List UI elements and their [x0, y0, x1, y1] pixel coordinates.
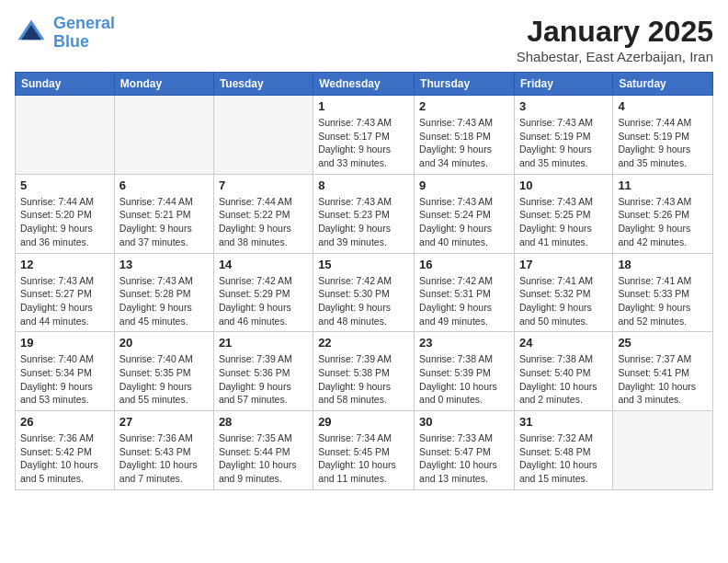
day-info: Sunrise: 7:40 AM Sunset: 5:35 PM Dayligh…	[119, 352, 209, 407]
calendar-cell: 26Sunrise: 7:36 AM Sunset: 5:42 PM Dayli…	[16, 411, 115, 490]
calendar-cell: 2Sunrise: 7:43 AM Sunset: 5:18 PM Daylig…	[415, 96, 515, 175]
day-number: 23	[419, 336, 509, 350]
calendar-cell	[16, 96, 115, 175]
calendar-cell: 22Sunrise: 7:39 AM Sunset: 5:38 PM Dayli…	[313, 332, 415, 411]
day-info: Sunrise: 7:43 AM Sunset: 5:25 PM Dayligh…	[519, 195, 608, 249]
calendar-cell: 10Sunrise: 7:43 AM Sunset: 5:25 PM Dayli…	[514, 174, 612, 253]
title-block: January 2025 Shabestar, East Azerbaijan,…	[517, 15, 713, 64]
weekday-header-saturday: Saturday	[613, 73, 713, 96]
location-subtitle: Shabestar, East Azerbaijan, Iran	[517, 49, 713, 64]
day-info: Sunrise: 7:44 AM Sunset: 5:22 PM Dayligh…	[219, 195, 308, 249]
calendar-cell: 19Sunrise: 7:40 AM Sunset: 5:34 PM Dayli…	[16, 332, 115, 411]
calendar-cell: 12Sunrise: 7:43 AM Sunset: 5:27 PM Dayli…	[16, 253, 115, 332]
weekday-header-monday: Monday	[114, 73, 213, 96]
weekday-header-row: SundayMondayTuesdayWednesdayThursdayFrid…	[16, 73, 713, 96]
calendar-cell: 21Sunrise: 7:39 AM Sunset: 5:36 PM Dayli…	[213, 332, 313, 411]
week-row-1: 1Sunrise: 7:43 AM Sunset: 5:17 PM Daylig…	[16, 96, 713, 175]
calendar-cell: 14Sunrise: 7:42 AM Sunset: 5:29 PM Dayli…	[213, 253, 313, 332]
day-number: 8	[318, 178, 409, 192]
day-number: 22	[318, 336, 409, 350]
month-year-title: January 2025	[517, 15, 713, 49]
day-number: 30	[419, 415, 509, 429]
day-number: 11	[618, 178, 708, 192]
day-number: 25	[618, 336, 708, 350]
day-info: Sunrise: 7:39 AM Sunset: 5:36 PM Dayligh…	[219, 352, 308, 407]
day-info: Sunrise: 7:38 AM Sunset: 5:40 PM Dayligh…	[519, 352, 608, 407]
day-number: 9	[419, 178, 509, 192]
day-number: 1	[318, 99, 409, 113]
calendar-cell: 7Sunrise: 7:44 AM Sunset: 5:22 PM Daylig…	[213, 174, 313, 253]
calendar-cell: 4Sunrise: 7:44 AM Sunset: 5:19 PM Daylig…	[613, 96, 713, 175]
day-info: Sunrise: 7:43 AM Sunset: 5:19 PM Dayligh…	[519, 116, 608, 170]
day-info: Sunrise: 7:43 AM Sunset: 5:18 PM Dayligh…	[419, 116, 509, 170]
day-number: 7	[219, 178, 308, 192]
day-info: Sunrise: 7:39 AM Sunset: 5:38 PM Dayligh…	[318, 352, 409, 407]
calendar-cell: 9Sunrise: 7:43 AM Sunset: 5:24 PM Daylig…	[415, 174, 515, 253]
calendar-cell: 31Sunrise: 7:32 AM Sunset: 5:48 PM Dayli…	[514, 411, 612, 490]
day-number: 2	[419, 99, 509, 113]
weekday-header-sunday: Sunday	[16, 73, 115, 96]
day-number: 6	[119, 178, 209, 192]
day-info: Sunrise: 7:41 AM Sunset: 5:33 PM Dayligh…	[618, 274, 708, 328]
day-number: 27	[119, 415, 209, 429]
logo-general: General	[53, 14, 115, 32]
calendar-cell: 11Sunrise: 7:43 AM Sunset: 5:26 PM Dayli…	[613, 174, 713, 253]
day-info: Sunrise: 7:36 AM Sunset: 5:42 PM Dayligh…	[20, 431, 109, 486]
day-info: Sunrise: 7:44 AM Sunset: 5:21 PM Dayligh…	[119, 195, 209, 249]
weekday-header-thursday: Thursday	[415, 73, 515, 96]
day-info: Sunrise: 7:41 AM Sunset: 5:32 PM Dayligh…	[519, 274, 608, 328]
weekday-header-wednesday: Wednesday	[313, 73, 415, 96]
day-info: Sunrise: 7:43 AM Sunset: 5:28 PM Dayligh…	[119, 274, 209, 328]
week-row-5: 26Sunrise: 7:36 AM Sunset: 5:42 PM Dayli…	[16, 411, 713, 490]
calendar-cell: 20Sunrise: 7:40 AM Sunset: 5:35 PM Dayli…	[114, 332, 213, 411]
day-info: Sunrise: 7:44 AM Sunset: 5:19 PM Dayligh…	[618, 116, 708, 170]
day-number: 28	[219, 415, 308, 429]
day-info: Sunrise: 7:42 AM Sunset: 5:29 PM Dayligh…	[219, 274, 308, 328]
week-row-3: 12Sunrise: 7:43 AM Sunset: 5:27 PM Dayli…	[16, 253, 713, 332]
day-info: Sunrise: 7:36 AM Sunset: 5:43 PM Dayligh…	[119, 431, 209, 486]
week-row-2: 5Sunrise: 7:44 AM Sunset: 5:20 PM Daylig…	[16, 174, 713, 253]
calendar-cell: 16Sunrise: 7:42 AM Sunset: 5:31 PM Dayli…	[415, 253, 515, 332]
calendar-table: SundayMondayTuesdayWednesdayThursdayFrid…	[15, 72, 713, 490]
calendar-cell: 1Sunrise: 7:43 AM Sunset: 5:17 PM Daylig…	[313, 96, 415, 175]
weekday-header-tuesday: Tuesday	[213, 73, 313, 96]
calendar-cell: 24Sunrise: 7:38 AM Sunset: 5:40 PM Dayli…	[514, 332, 612, 411]
calendar-cell: 29Sunrise: 7:34 AM Sunset: 5:45 PM Dayli…	[313, 411, 415, 490]
calendar-cell: 5Sunrise: 7:44 AM Sunset: 5:20 PM Daylig…	[16, 174, 115, 253]
day-number: 18	[618, 258, 708, 271]
day-number: 13	[119, 258, 209, 271]
logo: General Blue	[15, 15, 115, 52]
day-info: Sunrise: 7:33 AM Sunset: 5:47 PM Dayligh…	[419, 431, 509, 486]
weekday-header-friday: Friday	[514, 73, 612, 96]
day-number: 4	[618, 99, 708, 113]
calendar-cell	[114, 96, 213, 175]
calendar-cell: 23Sunrise: 7:38 AM Sunset: 5:39 PM Dayli…	[415, 332, 515, 411]
calendar-cell: 28Sunrise: 7:35 AM Sunset: 5:44 PM Dayli…	[213, 411, 313, 490]
day-number: 29	[318, 415, 409, 429]
day-info: Sunrise: 7:42 AM Sunset: 5:30 PM Dayligh…	[318, 274, 409, 328]
day-info: Sunrise: 7:35 AM Sunset: 5:44 PM Dayligh…	[219, 431, 308, 486]
day-info: Sunrise: 7:43 AM Sunset: 5:24 PM Dayligh…	[419, 195, 509, 249]
day-number: 16	[419, 258, 509, 271]
calendar-cell: 13Sunrise: 7:43 AM Sunset: 5:28 PM Dayli…	[114, 253, 213, 332]
day-info: Sunrise: 7:43 AM Sunset: 5:17 PM Dayligh…	[318, 116, 409, 170]
day-info: Sunrise: 7:42 AM Sunset: 5:31 PM Dayligh…	[419, 274, 509, 328]
calendar-cell: 27Sunrise: 7:36 AM Sunset: 5:43 PM Dayli…	[114, 411, 213, 490]
day-info: Sunrise: 7:43 AM Sunset: 5:27 PM Dayligh…	[20, 274, 109, 328]
day-number: 21	[219, 336, 308, 350]
logo-icon	[15, 17, 48, 50]
day-number: 14	[219, 258, 308, 271]
day-number: 24	[519, 336, 608, 350]
day-number: 5	[20, 178, 109, 192]
page-header: General Blue January 2025 Shabestar, Eas…	[15, 15, 713, 64]
day-number: 3	[519, 99, 608, 113]
day-number: 15	[318, 258, 409, 271]
logo-blue: Blue	[53, 32, 89, 51]
day-number: 20	[119, 336, 209, 350]
calendar-cell: 30Sunrise: 7:33 AM Sunset: 5:47 PM Dayli…	[415, 411, 515, 490]
calendar-cell: 18Sunrise: 7:41 AM Sunset: 5:33 PM Dayli…	[613, 253, 713, 332]
calendar-cell	[613, 411, 713, 490]
week-row-4: 19Sunrise: 7:40 AM Sunset: 5:34 PM Dayli…	[16, 332, 713, 411]
day-number: 12	[20, 258, 109, 271]
calendar-cell: 17Sunrise: 7:41 AM Sunset: 5:32 PM Dayli…	[514, 253, 612, 332]
